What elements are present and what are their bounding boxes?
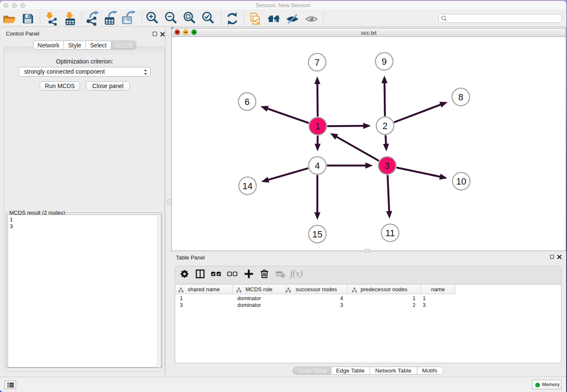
svg-text:7: 7 xyxy=(315,58,320,68)
svg-text:8: 8 xyxy=(458,92,463,102)
svg-text:14: 14 xyxy=(242,181,253,191)
svg-text:1: 1 xyxy=(315,121,320,132)
svg-text:15: 15 xyxy=(312,229,322,240)
svg-text:3: 3 xyxy=(385,161,390,171)
svg-text:9: 9 xyxy=(382,57,387,67)
svg-text:10: 10 xyxy=(456,177,466,187)
svg-text:11: 11 xyxy=(385,228,395,238)
svg-text:4: 4 xyxy=(315,161,320,171)
svg-text:6: 6 xyxy=(245,97,250,107)
svg-text:2: 2 xyxy=(383,121,388,131)
